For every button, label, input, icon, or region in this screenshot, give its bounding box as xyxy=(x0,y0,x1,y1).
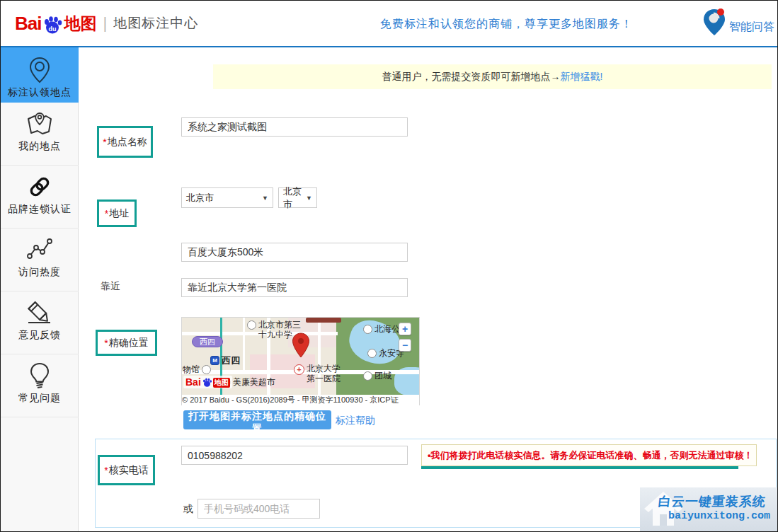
phone-label: 核实电话 xyxy=(109,464,149,477)
banner-text: 普通用户，无需提交资质即可新增地点→ xyxy=(382,71,561,82)
header-promo-text: 免费标注和认领您的商铺，尊享更多地图服务！ xyxy=(380,17,633,32)
poi-dot-icon xyxy=(363,371,372,381)
position-label-highlight: *精确位置 xyxy=(96,330,157,356)
map-road xyxy=(243,318,245,370)
province-select[interactable]: 北京市 ▼ xyxy=(181,187,273,208)
page-frame: Bai du 地图 | 地图标注中心 免费标注和认领您的商铺，尊享更多地图服务！… xyxy=(0,0,778,532)
map-canvas[interactable]: 西四 M 西四 物馆 美廉美超市 北京市第三十九中学 xyxy=(182,318,419,395)
required-asterisk: * xyxy=(104,465,108,476)
required-asterisk: * xyxy=(103,137,106,148)
map-poi-label: 物馆 xyxy=(183,365,200,375)
map-poi-label: 北京大学第一医院 xyxy=(307,364,346,384)
map-poi-hospital: + 北京大学第一医院 xyxy=(294,364,346,384)
logo-divider: | xyxy=(103,13,107,34)
sidebar-item-faq[interactable]: 常见问题 xyxy=(1,361,79,417)
map-poi-museum: 物馆 xyxy=(183,365,211,375)
watermark: 白云一键重装系统 baiyunxitong.com xyxy=(640,487,778,532)
address-label-highlight: *地址 xyxy=(97,200,137,227)
sidebar-item-label: 标注认领地点 xyxy=(1,86,79,99)
map-logo-paw-icon xyxy=(202,377,212,388)
lightbulb-icon xyxy=(25,361,55,391)
baidu-maps-logo[interactable]: Bai du 地图 | 地图标注中心 xyxy=(15,13,198,34)
line-chart-icon xyxy=(25,235,55,265)
near-input[interactable] xyxy=(181,278,408,297)
position-label: 精确位置 xyxy=(109,337,149,349)
baidu-paw-icon: du xyxy=(42,14,63,35)
map-poi-xisi: M 西四 xyxy=(210,356,240,366)
address-label: 地址 xyxy=(109,207,129,220)
smart-qa[interactable]: 智能问答 xyxy=(701,6,774,37)
required-asterisk: * xyxy=(105,208,108,219)
alt-phone-input[interactable] xyxy=(198,499,320,519)
sidebar-item-label: 意见反馈 xyxy=(1,329,79,342)
poi-dot-icon xyxy=(363,325,372,334)
near-label: 靠近 xyxy=(101,280,120,293)
map-logo-suffix: 地图 xyxy=(213,378,230,388)
sidebar-item-feedback[interactable]: 意见反馈 xyxy=(1,298,79,354)
metro-icon: M xyxy=(210,356,219,365)
sidebar-item-label: 常见问题 xyxy=(1,392,79,405)
pencil-icon xyxy=(25,298,55,328)
map-poi-tuancheng: 团城 xyxy=(363,371,391,381)
map-poi-label: 西四 xyxy=(222,356,240,366)
notice-banner: 普通用户，无需提交资质即可新增地点→新增猛戳! xyxy=(213,64,772,89)
annotation-help-link[interactable]: 标注帮助 xyxy=(336,415,375,427)
sidebar-item-annotate-claim[interactable]: 标注认领地点 xyxy=(1,47,79,103)
sidebar-item-label: 访问热度 xyxy=(1,266,79,279)
watermark-url: baiyunxitong.com xyxy=(668,510,770,522)
sidebar: 标注认领地点 我的地点 品牌连锁认证 xyxy=(1,49,79,532)
smart-qa-pin-icon xyxy=(701,6,728,37)
poi-dot-icon xyxy=(202,365,211,374)
map-icon xyxy=(25,109,55,139)
map-logo-bai: Bai xyxy=(185,376,201,388)
city-select[interactable]: 北京市 ▼ xyxy=(278,187,317,208)
phone-input[interactable] xyxy=(181,446,408,465)
phone-label-highlight: *核实电话 xyxy=(98,455,155,485)
city-select-value: 北京市 xyxy=(283,185,303,211)
poi-dot-icon xyxy=(367,349,377,358)
chevron-down-icon: ▼ xyxy=(306,195,312,202)
sidebar-item-visit-heat[interactable]: 访问热度 xyxy=(1,235,79,291)
place-name-input[interactable] xyxy=(181,117,408,137)
logo-text-map: 地图 xyxy=(64,13,96,34)
place-name-label-highlight: *地点名称 xyxy=(97,126,153,158)
map-poi-label: 美廉美超市 xyxy=(233,378,275,388)
map-zoom-in-button[interactable]: + xyxy=(399,323,411,335)
sidebar-item-label: 我的地点 xyxy=(1,140,79,153)
open-map-button[interactable]: 打开地图并标注地点的精确位置 xyxy=(183,410,331,429)
required-asterisk: * xyxy=(104,337,108,349)
map-partial-label xyxy=(306,318,341,323)
chevron-down-icon: ▼ xyxy=(262,195,268,202)
map-subway-station-badge: 西四 xyxy=(192,336,223,347)
map-preview[interactable]: 西四 M 西四 物馆 美廉美超市 北京市第三十九中学 xyxy=(181,317,420,405)
address-detail-input[interactable] xyxy=(181,243,408,262)
warning-underline-annotation xyxy=(421,466,738,469)
banner-link[interactable]: 新增猛戳! xyxy=(561,71,603,82)
header: Bai du 地图 | 地图标注中心 免费标注和认领您的商铺，尊享更多地图服务！… xyxy=(1,1,778,47)
logo-text-bai: Bai xyxy=(15,13,41,34)
map-poi-label: 团城 xyxy=(374,371,391,381)
province-select-value: 北京市 xyxy=(186,192,259,204)
map-copyright: © 2017 Baidu - GS(2016)2089号 - 甲测资字11009… xyxy=(182,395,419,405)
poi-dot-icon xyxy=(247,320,256,330)
sidebar-item-brand-chain[interactable]: 品牌连锁认证 xyxy=(1,172,79,229)
place-name-label: 地点名称 xyxy=(108,136,147,149)
map-zoom-out-button[interactable]: − xyxy=(399,339,411,352)
sidebar-item-my-places[interactable]: 我的地点 xyxy=(1,109,79,166)
svg-text:du: du xyxy=(49,25,57,33)
chain-link-icon xyxy=(25,172,55,202)
map-baidu-logo: Bai 地图 xyxy=(183,376,232,388)
location-pin-icon xyxy=(25,55,55,85)
sidebar-item-label: 品牌连锁认证 xyxy=(1,203,79,216)
or-label: 或 xyxy=(183,503,193,516)
map-poi-beihai: 北海公 xyxy=(363,325,400,335)
smart-qa-label: 智能问答 xyxy=(729,19,774,35)
map-red-pin-icon xyxy=(292,332,310,359)
logo-subtitle: 地图标注中心 xyxy=(113,13,198,34)
hospital-cross-icon: + xyxy=(294,364,304,375)
watermark-title: 白云一键重装系统 xyxy=(658,493,767,510)
map-poi-label: 北海公 xyxy=(374,325,400,335)
phone-warning-message: •我们将拨打此电话核实信息。请务必保证电话准确、畅通，否则无法通过审核！ xyxy=(421,444,757,466)
